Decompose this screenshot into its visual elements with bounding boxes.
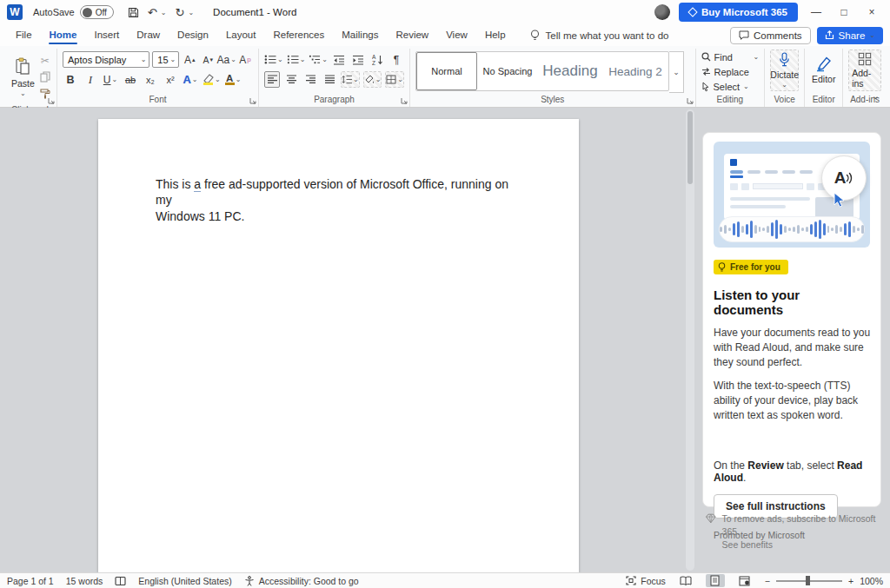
align-center-button[interactable] bbox=[283, 71, 299, 88]
align-left-button[interactable] bbox=[264, 71, 280, 88]
strikethrough-button[interactable]: ab bbox=[123, 71, 138, 88]
maximize-button[interactable]: □ bbox=[834, 6, 853, 18]
toggle-knob-icon bbox=[83, 8, 92, 17]
replace-button[interactable]: Replace bbox=[701, 65, 760, 78]
find-button[interactable]: Find ⌄ bbox=[701, 50, 760, 63]
undo-dropdown-icon[interactable]: ⌄ bbox=[161, 9, 167, 17]
editor-button[interactable]: Editor bbox=[810, 50, 837, 91]
underline-button[interactable]: U⌄ bbox=[103, 71, 118, 88]
vertical-scrollbar[interactable] bbox=[686, 109, 694, 571]
change-case-button[interactable]: Aa⌄ bbox=[218, 51, 235, 68]
styles-dialog-launcher[interactable] bbox=[687, 97, 694, 104]
focus-mode-button[interactable]: Focus bbox=[626, 576, 666, 586]
user-avatar[interactable] bbox=[654, 4, 670, 20]
redo-button[interactable]: ↻ bbox=[175, 7, 184, 18]
justify-button[interactable] bbox=[322, 71, 337, 88]
comments-button[interactable]: Comments bbox=[730, 27, 811, 44]
increase-indent-button[interactable] bbox=[350, 51, 366, 68]
save-button[interactable] bbox=[128, 7, 139, 18]
select-button[interactable]: Select ⌄ bbox=[701, 80, 760, 93]
tab-draw[interactable]: Draw bbox=[128, 26, 169, 44]
bold-button[interactable]: B bbox=[63, 71, 78, 88]
zoom-slider[interactable] bbox=[776, 580, 842, 582]
word-app-icon[interactable]: W bbox=[7, 4, 23, 20]
show-hide-marks-button[interactable]: ¶ bbox=[389, 51, 404, 68]
style-heading-1[interactable]: Heading bbox=[538, 52, 602, 90]
font-size-combo[interactable]: 15 ⌄ bbox=[152, 51, 179, 68]
dictate-button[interactable]: Dictate ⌄ bbox=[770, 50, 799, 91]
tab-review[interactable]: Review bbox=[387, 26, 437, 44]
word-count[interactable]: 15 words bbox=[66, 576, 103, 586]
buy-microsoft-365-button[interactable]: Buy Microsoft 365 bbox=[679, 3, 798, 22]
italic-button[interactable]: I bbox=[83, 71, 98, 88]
document-page[interactable]: This is a free ad-supported version of M… bbox=[98, 119, 579, 572]
zoom-in-button[interactable]: + bbox=[848, 576, 853, 586]
clipboard-dialog-launcher[interactable] bbox=[48, 97, 55, 104]
tab-home[interactable]: Home bbox=[41, 26, 86, 44]
language-indicator[interactable]: English (United States) bbox=[138, 576, 231, 586]
read-mode-button[interactable] bbox=[676, 574, 695, 587]
zoom-slider-thumb[interactable] bbox=[806, 576, 810, 585]
font-group-label: Font bbox=[63, 94, 253, 107]
tab-insert[interactable]: Insert bbox=[85, 26, 128, 44]
addins-button[interactable]: Add-ins bbox=[848, 50, 881, 91]
paragraph-dialog-launcher[interactable] bbox=[401, 97, 408, 104]
print-layout-button[interactable] bbox=[706, 574, 725, 587]
proofing-status-icon[interactable] bbox=[115, 576, 126, 586]
font-name-combo[interactable]: Aptos Display ⌄ bbox=[63, 51, 149, 68]
shrink-mark-icon: ▾ bbox=[210, 56, 214, 63]
justify-icon bbox=[324, 75, 335, 84]
page-indicator[interactable]: Page 1 of 1 bbox=[7, 576, 54, 586]
tab-design[interactable]: Design bbox=[169, 26, 217, 44]
copy-button[interactable] bbox=[37, 69, 53, 85]
tab-file[interactable]: File bbox=[7, 26, 41, 44]
badge-label: Free for you bbox=[730, 262, 780, 272]
tab-references[interactable]: References bbox=[264, 26, 333, 44]
paste-button[interactable]: Paste ⌄ bbox=[9, 50, 37, 104]
font-color-button[interactable]: A ⌄ bbox=[225, 71, 242, 88]
superscript-button[interactable]: x² bbox=[163, 71, 178, 88]
zoom-out-button[interactable]: − bbox=[765, 576, 770, 586]
tab-help[interactable]: Help bbox=[476, 26, 515, 44]
text-effects-button[interactable]: A⌄ bbox=[183, 71, 198, 88]
style-heading-2[interactable]: Heading 2 bbox=[602, 52, 668, 90]
tab-layout[interactable]: Layout bbox=[217, 26, 265, 44]
numbering-button[interactable]: ⌄ bbox=[287, 51, 306, 68]
accessibility-status[interactable]: Accessibility: Good to go bbox=[244, 576, 359, 586]
styles-more-button[interactable]: ⌄ bbox=[669, 51, 684, 93]
collapse-ribbon-icon[interactable]: ⌄ bbox=[872, 90, 880, 102]
autosave-toggle[interactable]: Off bbox=[80, 5, 114, 19]
tab-mailings[interactable]: Mailings bbox=[333, 26, 387, 44]
close-button[interactable]: × bbox=[862, 6, 881, 18]
line-spacing-button[interactable]: ⌄ bbox=[341, 71, 360, 88]
borders-button[interactable]: ⌄ bbox=[385, 71, 404, 88]
minimize-button[interactable]: — bbox=[807, 6, 826, 18]
multilevel-list-button[interactable]: ⌄ bbox=[309, 51, 328, 68]
share-button[interactable]: Share ⌄ bbox=[817, 27, 883, 44]
font-dialog-launcher[interactable] bbox=[249, 97, 256, 104]
qat-customize-icon[interactable]: ⌄ bbox=[188, 9, 194, 17]
sort-button[interactable]: AZ bbox=[369, 51, 385, 68]
subscript-button[interactable]: x₂ bbox=[143, 71, 158, 88]
style-no-spacing[interactable]: No Spacing bbox=[477, 52, 538, 90]
see-benefits-link[interactable]: See benefits bbox=[722, 539, 773, 550]
document-title: Document1 - Word bbox=[213, 7, 296, 17]
clear-formatting-button[interactable]: Ap bbox=[237, 51, 253, 68]
style-normal[interactable]: Normal bbox=[416, 52, 477, 90]
web-layout-button[interactable] bbox=[735, 574, 754, 587]
bullets-button[interactable]: ⌄ bbox=[264, 51, 283, 68]
cut-button[interactable]: ✂ bbox=[37, 52, 53, 69]
grow-font-button[interactable]: A▴ bbox=[182, 51, 197, 68]
focus-icon bbox=[626, 576, 636, 585]
zoom-level[interactable]: 100% bbox=[860, 576, 883, 586]
scrollbar-thumb[interactable] bbox=[687, 111, 693, 184]
tab-view[interactable]: View bbox=[437, 26, 476, 44]
shading-button[interactable]: ⌄ bbox=[363, 71, 382, 88]
decrease-indent-button[interactable] bbox=[331, 51, 347, 68]
highlight-button[interactable]: ⌄ bbox=[203, 71, 221, 88]
tell-me-search[interactable]: Tell me what you want to do bbox=[530, 30, 669, 42]
align-right-button[interactable] bbox=[302, 71, 318, 88]
shrink-font-button[interactable]: A▾ bbox=[200, 51, 216, 68]
highlighter-icon bbox=[203, 74, 214, 85]
undo-button[interactable]: ↶ bbox=[148, 7, 157, 18]
